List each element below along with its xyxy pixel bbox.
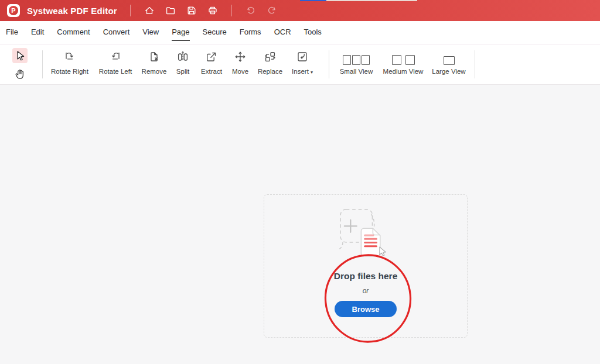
large-view-icon bbox=[444, 49, 455, 65]
hand-tool-button[interactable] bbox=[12, 66, 28, 81]
move-button[interactable]: Move bbox=[227, 49, 253, 81]
menu-page[interactable]: Page bbox=[172, 25, 189, 41]
toolbar-separator bbox=[42, 50, 43, 78]
titlebar-separator bbox=[130, 5, 131, 16]
toolbar-separator bbox=[329, 50, 329, 78]
extract-button[interactable]: Extract bbox=[196, 49, 227, 81]
menu-convert[interactable]: Convert bbox=[103, 25, 130, 41]
file-drop-zone[interactable]: Drop files here or Browse bbox=[264, 194, 468, 338]
replace-pages-icon bbox=[264, 49, 277, 65]
menu-tools[interactable]: Tools bbox=[304, 25, 322, 41]
document-canvas: Drop files here or Browse bbox=[0, 85, 600, 364]
home-icon[interactable] bbox=[144, 5, 155, 16]
remove-page-icon bbox=[148, 49, 161, 65]
app-title: Systweak PDF Editor bbox=[27, 6, 117, 16]
title-bar: P Systweak PDF Editor bbox=[0, 0, 600, 21]
or-label: or bbox=[264, 287, 467, 295]
menu-forms[interactable]: Forms bbox=[240, 25, 261, 41]
top-edge-strip-beige bbox=[326, 0, 417, 1]
drop-files-label: Drop files here bbox=[264, 271, 467, 281]
browse-button[interactable]: Browse bbox=[335, 301, 397, 317]
small-view-icon bbox=[342, 49, 370, 65]
app-window: P Systweak PDF Editor File Edit Comment … bbox=[0, 0, 600, 364]
split-pages-icon bbox=[176, 49, 189, 65]
print-icon[interactable] bbox=[207, 5, 218, 16]
rotate-right-icon bbox=[63, 49, 76, 65]
pointer-tools bbox=[12, 48, 30, 84]
hand-icon bbox=[14, 68, 26, 80]
rotate-left-icon bbox=[109, 49, 122, 65]
app-logo-glyph: P bbox=[9, 6, 18, 15]
menu-file[interactable]: File bbox=[6, 25, 18, 41]
extract-pages-icon bbox=[205, 49, 218, 65]
menu-secure[interactable]: Secure bbox=[203, 25, 227, 41]
insert-button[interactable]: Insert▾ bbox=[284, 49, 321, 81]
undo-icon[interactable] bbox=[246, 5, 256, 16]
open-folder-icon[interactable] bbox=[165, 5, 176, 16]
menu-comment[interactable]: Comment bbox=[57, 25, 90, 41]
toolbar-separator bbox=[475, 50, 475, 78]
redo-icon[interactable] bbox=[267, 5, 277, 16]
cursor-arrow-icon bbox=[14, 50, 26, 61]
small-view-button[interactable]: Small View bbox=[334, 49, 379, 81]
split-button[interactable]: Split bbox=[170, 49, 196, 81]
menu-ocr[interactable]: OCR bbox=[274, 25, 291, 41]
menu-bar: File Edit Comment Convert View Page Secu… bbox=[0, 21, 600, 45]
top-edge-strip-blue bbox=[300, 0, 326, 1]
rotate-left-button[interactable]: Rotate Left bbox=[95, 49, 136, 81]
dropdown-caret-icon: ▾ bbox=[311, 70, 313, 75]
rotate-right-button[interactable]: Rotate Right bbox=[49, 49, 91, 81]
select-tool-button[interactable] bbox=[12, 48, 28, 63]
save-icon[interactable] bbox=[186, 5, 197, 16]
menu-edit[interactable]: Edit bbox=[31, 25, 44, 41]
drop-files-icon bbox=[333, 207, 398, 265]
large-view-button[interactable]: Large View bbox=[427, 49, 471, 81]
remove-button[interactable]: Remove bbox=[138, 49, 171, 81]
medium-view-button[interactable]: Medium View bbox=[377, 49, 429, 81]
page-toolbar: Rotate Right Rotate Left Remove Split Ex bbox=[0, 45, 600, 85]
titlebar-separator bbox=[231, 5, 232, 16]
insert-pages-icon bbox=[296, 49, 309, 65]
replace-button[interactable]: Replace bbox=[254, 49, 287, 81]
app-logo: P bbox=[7, 4, 20, 17]
move-pages-icon bbox=[234, 49, 247, 65]
menu-view[interactable]: View bbox=[142, 25, 159, 41]
medium-view-icon bbox=[390, 49, 417, 65]
